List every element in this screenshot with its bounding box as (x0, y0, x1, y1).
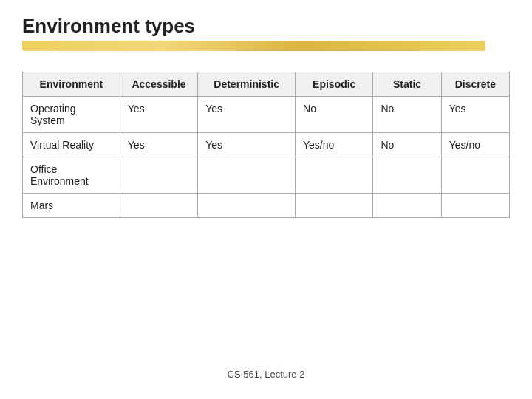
table-row: Office Environment (23, 157, 510, 194)
cell-episodic-row3 (296, 194, 373, 218)
table-row: Operating SystemYesYesNoNoYes (23, 97, 510, 133)
cell-deterministic-row0: Yes (198, 97, 296, 133)
table-container: Environment Accessible Deterministic Epi… (22, 72, 510, 360)
cell-episodic-row1: Yes/no (296, 133, 373, 157)
header-discrete: Discrete (441, 72, 509, 97)
cell-static-row3 (373, 194, 441, 218)
footer: CS 561, Lecture 2 (22, 369, 510, 384)
page-title: Environment types (22, 15, 510, 38)
cell-accessible-row0: Yes (120, 97, 197, 133)
table-header-row: Environment Accessible Deterministic Epi… (23, 72, 510, 97)
header-accessible: Accessible (120, 72, 197, 97)
cell-environment-row1: Virtual Reality (23, 133, 120, 157)
cell-discrete-row1: Yes/no (441, 133, 509, 157)
page: Environment types Environment Accessible… (0, 0, 532, 399)
header-episodic: Episodic (296, 72, 373, 97)
cell-accessible-row1: Yes (120, 133, 197, 157)
table-row: Mars (23, 194, 510, 218)
cell-static-row0: No (373, 97, 441, 133)
cell-environment-row3: Mars (23, 194, 120, 218)
header-environment: Environment (23, 72, 120, 97)
cell-episodic-row0: No (296, 97, 373, 133)
cell-static-row2 (373, 157, 441, 194)
cell-deterministic-row2 (198, 157, 296, 194)
table-row: Virtual RealityYesYesYes/noNoYes/no (23, 133, 510, 157)
title-underline-decoration (22, 41, 485, 51)
environment-table: Environment Accessible Deterministic Epi… (22, 72, 510, 218)
cell-deterministic-row3 (198, 194, 296, 218)
cell-deterministic-row1: Yes (198, 133, 296, 157)
cell-environment-row2: Office Environment (23, 157, 120, 194)
cell-static-row1: No (373, 133, 441, 157)
title-section: Environment types (22, 15, 510, 51)
cell-discrete-row2 (441, 157, 509, 194)
cell-environment-row0: Operating System (23, 97, 120, 133)
header-deterministic: Deterministic (198, 72, 296, 97)
cell-discrete-row3 (441, 194, 509, 218)
header-static: Static (373, 72, 441, 97)
cell-episodic-row2 (296, 157, 373, 194)
cell-accessible-row2 (120, 157, 197, 194)
cell-accessible-row3 (120, 194, 197, 218)
cell-discrete-row0: Yes (441, 97, 509, 133)
